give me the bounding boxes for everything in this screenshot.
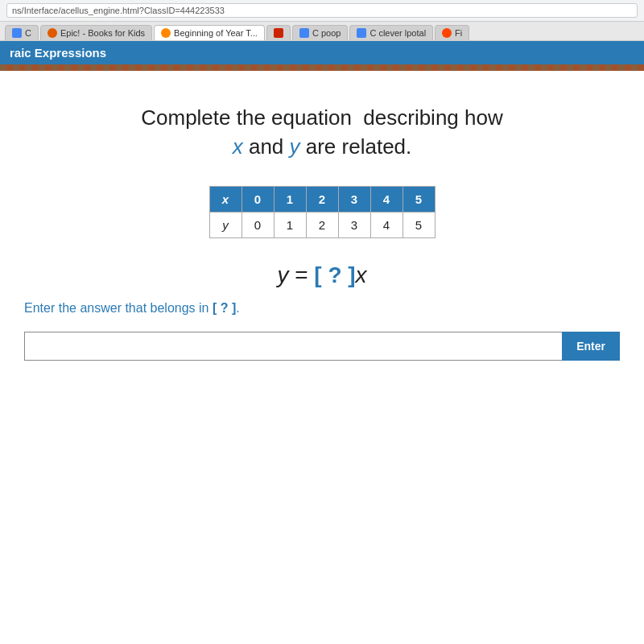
address-bar[interactable]: ns/Interface/acellus_engine.html?ClassID… [6, 3, 638, 18]
table-cell-y1: 1 [274, 212, 306, 237]
table-cell-x3: 3 [338, 186, 370, 212]
tab-boy[interactable]: Beginning of Year T... [154, 25, 265, 40]
tab-epic-icon [47, 28, 57, 38]
question-text: Complete the equation describing how x a… [24, 103, 620, 162]
tab-fi-label: Fi [455, 28, 462, 38]
table-cell-y2: 2 [306, 212, 338, 237]
tab-img-icon [274, 28, 283, 38]
tabs-bar: C Epic! - Books for Kids Beginning of Ye… [0, 22, 644, 41]
main-content: Complete the equation describing how x a… [0, 71, 644, 554]
table-cell-y4: 4 [370, 212, 402, 237]
equation-bracket: [ ? ] [314, 262, 355, 287]
tab-c[interactable]: C [5, 25, 39, 40]
tab-poop-icon [299, 28, 309, 38]
table-label-y: y [209, 212, 242, 237]
table-cell-x2: 2 [306, 186, 338, 212]
tab-fi[interactable]: Fi [435, 25, 469, 40]
table-header-row: x 0 1 2 3 4 5 [209, 186, 435, 212]
app-header: raic Expressions [0, 41, 644, 64]
input-row: Enter [24, 332, 620, 361]
answer-prompt: Enter the answer that belongs in [ ? ]. [24, 301, 620, 316]
table-cell-y5: 5 [402, 212, 435, 237]
app-title: raic Expressions [10, 46, 106, 60]
tab-fi-icon [442, 28, 452, 38]
wave-decoration [0, 64, 644, 71]
tab-boy-icon [161, 28, 171, 38]
tab-epic-label: Epic! - Books for Kids [60, 28, 145, 38]
table-cell-x1: 1 [274, 186, 306, 212]
answer-input[interactable] [24, 332, 562, 361]
table-cell-x5: 5 [402, 186, 435, 212]
address-bar-container: ns/Interface/acellus_engine.html?ClassID… [0, 0, 644, 22]
table-cell-x0: 0 [242, 186, 274, 212]
table-header-x: x [209, 186, 242, 212]
tab-img[interactable] [266, 25, 291, 40]
table-cell-x4: 4 [370, 186, 402, 212]
question-line2: x and y are related. [24, 132, 620, 161]
tab-epic[interactable]: Epic! - Books for Kids [40, 25, 152, 40]
table-data-row: y 0 1 2 3 4 5 [209, 212, 435, 237]
equation-display: y = [ ? ]x [24, 262, 620, 288]
tab-clever[interactable]: C clever lpotal [349, 25, 433, 40]
tab-c-label: C [25, 28, 31, 38]
table-cell-y0: 0 [242, 212, 274, 237]
tab-clever-icon [357, 28, 366, 38]
tab-boy-label: Beginning of Year T... [174, 28, 258, 38]
tab-c-icon [12, 28, 22, 38]
tab-poop[interactable]: C poop [292, 25, 348, 40]
enter-button[interactable]: Enter [562, 332, 620, 361]
table-cell-y3: 3 [338, 212, 370, 237]
answer-prompt-bracket: [ ? ] [213, 301, 236, 315]
tab-poop-label: C poop [312, 28, 341, 38]
tab-clever-label: C clever lpotal [369, 28, 426, 38]
xy-table: x 0 1 2 3 4 5 y 0 1 2 3 4 5 [209, 186, 436, 238]
question-line1: Complete the equation describing how [24, 103, 620, 132]
table-wrapper: x 0 1 2 3 4 5 y 0 1 2 3 4 5 [24, 186, 620, 238]
